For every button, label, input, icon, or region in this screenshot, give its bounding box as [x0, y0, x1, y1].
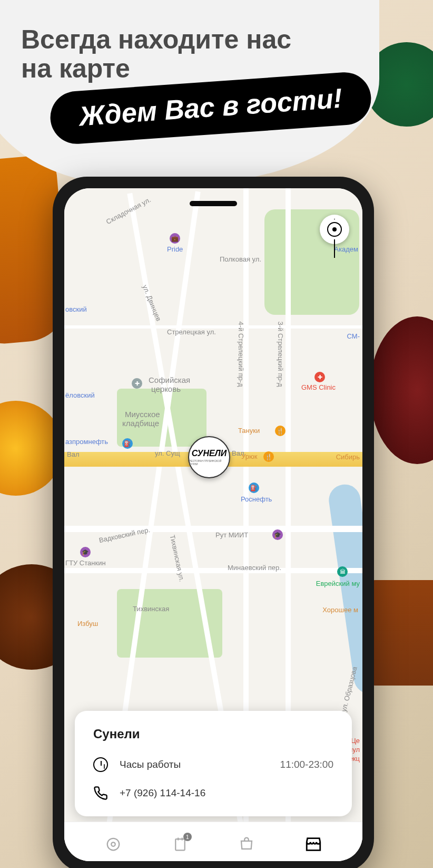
- phone-screen: 💼 Pride Полковая ул. Академ Складочная у…: [64, 188, 362, 861]
- map-label-sofiyskaya2: церковь: [151, 384, 181, 393]
- map-label-cm: СМ-: [347, 332, 360, 340]
- poi-uruk-icon[interactable]: 🍴: [263, 451, 274, 462]
- map-label-val: Вал: [67, 450, 80, 458]
- nav-orders[interactable]: 1: [171, 835, 190, 854]
- map-label-ftizio1: Це: [351, 737, 360, 745]
- poi-gms-icon[interactable]: ✚: [314, 372, 325, 382]
- map-label-gms: GMS Clinic: [301, 383, 336, 391]
- svg-rect-2: [175, 839, 185, 850]
- headline: Всегда находите нас на карте: [21, 25, 291, 83]
- hours-value: 11:00-23:00: [280, 759, 333, 770]
- map-label-obraztsova: ул. Образцова: [340, 666, 359, 712]
- map-label-polkovaya: Полковая ул.: [220, 255, 261, 263]
- restaurant-name: Сунели: [93, 727, 333, 741]
- map-label-miusskoe2: кладбище: [122, 419, 159, 428]
- map-label-stankin: ГТУ Станкин: [65, 559, 106, 567]
- nav-badge: 1: [183, 833, 192, 841]
- map-label-izbu: Избуш: [77, 620, 98, 628]
- svg-point-0: [107, 838, 120, 851]
- map-label-khoroshee: Хорошее м: [322, 606, 358, 614]
- map-label-sibir: Сибирь: [336, 453, 360, 461]
- clock-icon: [93, 757, 108, 772]
- phone-row[interactable]: +7 (926) 114-14-16: [93, 786, 333, 801]
- map-label-rosneft: Роснефть: [241, 495, 272, 503]
- poi-pride-icon[interactable]: 💼: [170, 233, 180, 244]
- poi-museum-icon[interactable]: 🏛: [337, 566, 348, 577]
- nav-location[interactable]: [104, 835, 123, 854]
- poi-stankin-icon[interactable]: 🎓: [80, 547, 91, 557]
- map-label-akadem: Академ: [334, 245, 358, 253]
- svg-point-1: [112, 842, 116, 846]
- info-card[interactable]: Сунели Часы работы 11:00-23:00 +7 (926) …: [75, 711, 352, 816]
- hours-label: Часы работы: [120, 759, 269, 770]
- phone-frame: 💼 Pride Полковая ул. Академ Складочная у…: [53, 177, 374, 868]
- map-label-sushval: ул. Сущ: [155, 449, 180, 457]
- headline-line1: Всегда находите нас: [21, 25, 291, 54]
- map-label-evrey1: Еврейский му: [316, 580, 360, 587]
- map-label-tanuki: Тануки: [238, 427, 260, 435]
- map-label-tikhvinskaya: Тихвинская: [133, 605, 169, 613]
- hours-row: Часы работы 11:00-23:00: [93, 757, 333, 772]
- map-label-strel3: 3-й Стрелецкий пр-д: [277, 322, 284, 387]
- map-label-elovskiy: ёловский: [65, 391, 95, 399]
- map-label-rutmiit: Рут МИИТ: [215, 531, 248, 539]
- locate-button[interactable]: [320, 215, 349, 244]
- poi-rosneft-icon[interactable]: ⛽: [249, 483, 259, 493]
- poi-gas1-icon[interactable]: ⛽: [122, 438, 133, 449]
- poi-tanuki-icon[interactable]: 🍴: [275, 426, 286, 436]
- bottom-nav: 1: [64, 822, 362, 861]
- map-label-tikhvinskaya-ul: Тихвинская ул.: [169, 534, 186, 582]
- map-label-miusskoe1: Миусское: [125, 410, 160, 419]
- map-label-hovskiy: овский: [65, 305, 87, 313]
- poi-church-icon[interactable]: ✚: [132, 378, 142, 389]
- map-label-strel4: 4-й Стрелецкий пр-д: [237, 322, 245, 387]
- nav-store[interactable]: [304, 835, 323, 854]
- map-label-minaev: Минаевский пер.: [228, 564, 281, 572]
- brand-pin-sub: РЕСТОРАН ГРУЗИНСКОЙ КУХНИ: [189, 459, 229, 466]
- poi-miit-icon[interactable]: 🎓: [272, 529, 283, 540]
- brand-pin-label: СУНЕЛИ: [192, 449, 227, 458]
- map-label-gazpromneft: азпромнефть: [65, 438, 108, 446]
- map-label-streletskaya: Стрелецкая ул.: [167, 328, 216, 336]
- map-label-pride: Pride: [167, 245, 183, 253]
- map-label-uruk: Урюк: [241, 452, 257, 460]
- restaurant-pin[interactable]: СУНЕЛИ РЕСТОРАН ГРУЗИНСКОЙ КУХНИ: [188, 436, 230, 478]
- nav-cart[interactable]: [237, 835, 256, 854]
- phone-number: +7 (926) 114-14-16: [120, 787, 333, 799]
- crosshair-icon: [327, 222, 342, 237]
- phone-speaker: [190, 201, 237, 206]
- map-label-sofiyskaya1: Софийская: [149, 375, 190, 384]
- phone-icon: [93, 786, 108, 801]
